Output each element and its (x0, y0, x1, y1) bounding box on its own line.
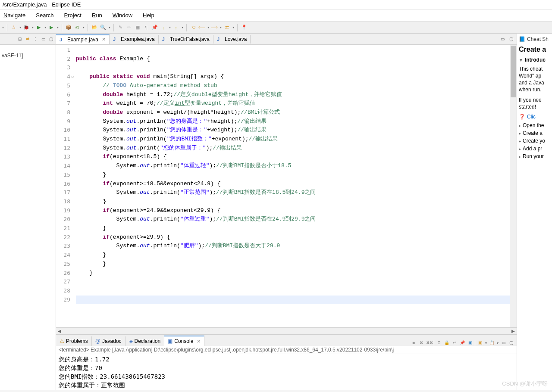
arrow-icon: ▸ (519, 146, 521, 151)
package-explorer: ⊟ ⇄ ⋮ ▭ ▢ vaSE-11] (0, 34, 56, 390)
clear-icon[interactable]: 🗎 (436, 340, 442, 346)
cheat-step[interactable]: ▸Create a (519, 130, 550, 136)
mark-icon[interactable]: ✏ (125, 24, 132, 31)
collapse-icon[interactable]: ⊟ (17, 36, 23, 42)
new-console-icon[interactable]: 📋 (489, 340, 495, 346)
editor-tabs: Example.java ✕ Examplea.java TrueOrFalse… (56, 34, 517, 45)
line-gutter: 1234⊖56789101112131415161718192021222324… (56, 45, 74, 327)
min-icon[interactable]: ▭ (500, 340, 506, 346)
cheat-step[interactable]: ▸Open the (519, 122, 550, 128)
tab-label: Example.java (67, 37, 98, 43)
code-editor[interactable]: 1234⊖56789101112131415161718192021222324… (56, 45, 517, 327)
btab-label: Problems (66, 338, 88, 344)
minimize-icon[interactable]: ▭ (499, 36, 505, 42)
expand-icon: ▼ (519, 58, 523, 62)
tab-label: Love.java (225, 36, 247, 42)
toggle-icon[interactable]: ✎ (117, 24, 124, 31)
maximize-icon[interactable]: ▢ (48, 36, 54, 42)
close-icon[interactable]: ✕ (102, 37, 106, 42)
console-header: <terminated> Example [Java Application] … (56, 346, 517, 354)
class-icon[interactable]: © (74, 24, 81, 31)
cheat-step[interactable]: ▸Add a pr (519, 146, 550, 152)
pin-console-icon[interactable]: 📌 (459, 340, 465, 346)
btab-label: Declaration (135, 338, 161, 344)
scroll-right-icon[interactable]: ▶ (510, 329, 517, 333)
java-file-icon (60, 37, 66, 43)
new-icon[interactable]: ☆ (10, 24, 17, 31)
ann-next-icon[interactable]: ↓ (160, 24, 167, 31)
open-console-icon[interactable]: ▣ (477, 340, 483, 346)
cheat-heading: Create a (519, 46, 550, 53)
display-icon[interactable]: ▣ (467, 340, 473, 346)
declaration-icon: ◈ (129, 338, 133, 344)
tab-declaration[interactable]: ◈ Declaration (125, 336, 165, 346)
arrow-icon: ▸ (519, 154, 521, 159)
cheat-step[interactable]: ▸Create yo (519, 138, 550, 144)
menu-help[interactable]: Help (140, 11, 157, 19)
cheat-step[interactable]: ▸Run your (519, 153, 550, 159)
cheat-section[interactable]: ▼ Introduc (519, 57, 550, 63)
remove-icon[interactable]: ✖ (418, 340, 424, 346)
explorer-item[interactable]: vaSE-11] (0, 45, 56, 66)
toolbar: ▾ ☆▾ 🐞▾ ▶▾ ▶▾ 📦 ©▾ 📂 🔍▾ ✎ ✏ ▦ ¶ 📌 ↓▾ ↑▾ … (0, 22, 552, 34)
forward-icon[interactable]: ⟹ (211, 24, 218, 31)
maximize-icon[interactable]: ▢ (508, 36, 514, 42)
menu-project[interactable]: Project (62, 11, 84, 19)
menu-search[interactable]: Search (33, 11, 56, 19)
ann-prev-icon[interactable]: ↑ (172, 24, 179, 31)
tab-examplea[interactable]: Examplea.java (110, 35, 159, 44)
scroll-lock-icon[interactable]: 🔒 (444, 340, 450, 346)
horizontal-scrollbar[interactable]: ◀ ▶ (56, 327, 517, 334)
tab-example[interactable]: Example.java ✕ (56, 34, 110, 44)
code-area[interactable]: public class Example { public static voi… (74, 45, 517, 327)
terminate-icon[interactable]: ■ (411, 340, 417, 346)
java-file-icon (217, 36, 223, 42)
tab-problems[interactable]: ⚠ Problems (56, 336, 92, 346)
link-icon[interactable]: ⇄ (25, 36, 31, 42)
tab-love[interactable]: Love.java (213, 35, 251, 44)
remove-all-icon[interactable]: ✖✖ (426, 340, 432, 346)
arrow-icon: ▸ (519, 123, 521, 128)
tab-console[interactable]: ▣ Console ✕ (164, 336, 204, 346)
problems-icon: ⚠ (60, 338, 64, 344)
view-menu-icon[interactable]: ⋮ (32, 36, 38, 42)
pin-editor-icon[interactable]: 📍 (241, 24, 248, 31)
cheat-icon: 📘 (519, 36, 525, 42)
coverage-icon[interactable]: ▶ (48, 24, 55, 31)
bottom-panel: ⚠ Problems @ Javadoc ◈ Declaration ▣ Con… (56, 334, 517, 390)
scrollbar-thumb[interactable] (511, 46, 516, 97)
search-icon[interactable]: 🔍 (100, 24, 107, 31)
back-icon[interactable]: ⟸ (198, 24, 205, 31)
run-icon[interactable]: ▶ (35, 24, 42, 31)
menu-window[interactable]: Window (110, 11, 135, 19)
pin-icon[interactable]: 📌 (151, 24, 158, 31)
nav-icon[interactable]: ⇄ (223, 24, 230, 31)
cheat-link[interactable]: ❓ Clic (519, 114, 550, 120)
tab-javadoc[interactable]: @ Javadoc (92, 336, 125, 346)
scroll-left-icon[interactable]: ◀ (56, 329, 63, 333)
javadoc-icon: @ (95, 338, 100, 344)
watermark: CSDN @谢小宇呀 (502, 380, 548, 388)
whitespace-icon[interactable]: ¶ (143, 24, 150, 31)
minimize-icon[interactable]: ▭ (40, 36, 46, 42)
block-icon[interactable]: ▦ (134, 24, 141, 31)
word-wrap-icon[interactable]: ↩ (452, 340, 458, 346)
tab-trueorfalse[interactable]: TrueOrFalse.java (159, 35, 213, 44)
cheat-sheet-panel: 📘 Cheat Sh Create a ▼ Introduc This chea… (517, 34, 552, 390)
max-icon[interactable]: ▢ (508, 340, 514, 346)
package-icon[interactable]: 📦 (65, 24, 72, 31)
last-edit-icon[interactable]: ⟲ (190, 24, 197, 31)
console-output[interactable]: 您的身高是：1.72您的体重是：70您的BMI指数：23.66143861546… (56, 354, 517, 390)
debug-icon[interactable]: 🐞 (23, 24, 30, 31)
arrow-icon: ▸ (519, 131, 521, 136)
close-icon[interactable]: ✕ (197, 339, 201, 344)
open-type-icon[interactable]: 📂 (91, 24, 98, 31)
menu-run[interactable]: Run (89, 11, 105, 19)
help-icon: ❓ (519, 114, 525, 120)
title-bar: /src/Example.java - Eclipse IDE (0, 0, 552, 9)
vertical-scrollbar[interactable] (510, 45, 517, 327)
console-icon: ▣ (168, 338, 172, 344)
arrow-icon: ▸ (519, 139, 521, 143)
cheat-text: This cheat World" ap and a Java when run… (519, 65, 550, 93)
menu-navigate[interactable]: Navigate (1, 11, 28, 19)
